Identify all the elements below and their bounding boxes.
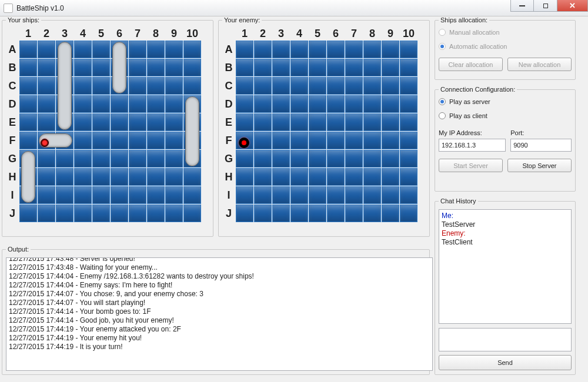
sea-cell[interactable] xyxy=(327,95,345,113)
sea-cell[interactable] xyxy=(309,186,326,204)
sea-cell[interactable] xyxy=(236,41,253,58)
sea-cell[interactable] xyxy=(382,77,399,95)
sea-cell[interactable] xyxy=(92,186,110,204)
sea-cell[interactable] xyxy=(254,150,272,167)
sea-cell[interactable] xyxy=(290,95,308,113)
sea-cell[interactable] xyxy=(272,205,290,222)
sea-cell[interactable] xyxy=(147,95,165,113)
sea-cell[interactable] xyxy=(327,77,345,95)
sea-cell[interactable] xyxy=(309,95,326,113)
sea-cell[interactable] xyxy=(38,113,55,131)
sea-cell[interactable] xyxy=(290,77,308,95)
sea-cell[interactable] xyxy=(345,41,363,58)
sea-cell[interactable] xyxy=(111,186,128,204)
sea-cell[interactable] xyxy=(147,132,165,149)
sea-cell[interactable] xyxy=(38,59,55,76)
sea-cell[interactable] xyxy=(327,132,345,149)
sea-cell[interactable] xyxy=(147,150,165,167)
sea-cell[interactable] xyxy=(183,77,201,95)
sea-cell[interactable] xyxy=(254,113,272,131)
sea-cell[interactable] xyxy=(19,59,37,76)
sea-cell[interactable] xyxy=(183,186,201,204)
sea-cell[interactable] xyxy=(183,41,201,58)
sea-cell[interactable] xyxy=(129,41,146,58)
sea-cell[interactable] xyxy=(147,77,165,95)
sea-cell[interactable] xyxy=(272,77,290,95)
sea-cell[interactable] xyxy=(74,205,92,222)
sea-cell[interactable] xyxy=(236,77,253,95)
sea-cell[interactable] xyxy=(56,150,74,167)
sea-cell[interactable] xyxy=(290,59,308,76)
sea-cell[interactable] xyxy=(400,168,417,186)
sea-cell[interactable] xyxy=(129,95,146,113)
sea-cell[interactable] xyxy=(363,59,381,76)
sea-cell[interactable] xyxy=(363,168,381,186)
enemy-board[interactable]: 12345678910ABCDEFGHIJ xyxy=(222,27,417,222)
send-button[interactable]: Send xyxy=(439,355,572,370)
sea-cell[interactable] xyxy=(129,205,146,222)
sea-cell[interactable] xyxy=(74,132,92,149)
sea-cell[interactable] xyxy=(290,41,308,58)
sea-cell[interactable] xyxy=(165,59,183,76)
sea-cell[interactable] xyxy=(19,132,37,149)
sea-cell[interactable] xyxy=(111,150,128,167)
sea-cell[interactable] xyxy=(92,132,110,149)
sea-cell[interactable] xyxy=(74,59,92,76)
sea-cell[interactable] xyxy=(38,150,55,167)
sea-cell[interactable] xyxy=(327,41,345,58)
sea-cell[interactable] xyxy=(254,59,272,76)
sea-cell[interactable] xyxy=(92,113,110,131)
sea-cell[interactable] xyxy=(345,77,363,95)
maximize-button[interactable] xyxy=(534,0,557,12)
play-as-client-radio[interactable]: Play as client xyxy=(439,110,572,121)
sea-cell[interactable] xyxy=(92,168,110,186)
sea-cell[interactable] xyxy=(74,186,92,204)
sea-cell[interactable] xyxy=(254,186,272,204)
sea-cell[interactable] xyxy=(129,77,146,95)
sea-cell[interactable] xyxy=(363,132,381,149)
your-board[interactable]: 12345678910ABCDEFGHIJ xyxy=(6,27,201,222)
sea-cell[interactable] xyxy=(74,77,92,95)
sea-cell[interactable] xyxy=(272,59,290,76)
sea-cell[interactable] xyxy=(38,186,55,204)
sea-cell[interactable] xyxy=(38,205,55,222)
sea-cell[interactable] xyxy=(272,168,290,186)
sea-cell[interactable] xyxy=(165,132,183,149)
sea-cell[interactable] xyxy=(400,205,417,222)
sea-cell[interactable] xyxy=(363,205,381,222)
sea-cell[interactable] xyxy=(400,186,417,204)
sea-cell[interactable] xyxy=(165,77,183,95)
sea-cell[interactable] xyxy=(345,205,363,222)
sea-cell[interactable] xyxy=(290,168,308,186)
sea-cell[interactable] xyxy=(129,59,146,76)
sea-cell[interactable] xyxy=(56,205,74,222)
sea-cell[interactable] xyxy=(363,77,381,95)
sea-cell[interactable] xyxy=(19,205,37,222)
sea-cell[interactable] xyxy=(309,168,326,186)
sea-cell[interactable] xyxy=(363,113,381,131)
close-button[interactable]: ✕ xyxy=(557,0,588,12)
sea-cell[interactable] xyxy=(327,186,345,204)
sea-cell[interactable] xyxy=(147,59,165,76)
sea-cell[interactable] xyxy=(19,113,37,131)
sea-cell[interactable] xyxy=(129,168,146,186)
sea-cell[interactable] xyxy=(345,113,363,131)
sea-cell[interactable] xyxy=(147,41,165,58)
sea-cell[interactable] xyxy=(56,186,74,204)
sea-cell[interactable] xyxy=(236,113,253,131)
sea-cell[interactable] xyxy=(111,132,128,149)
sea-cell[interactable] xyxy=(382,205,399,222)
sea-cell[interactable] xyxy=(382,150,399,167)
sea-cell[interactable] xyxy=(147,113,165,131)
sea-cell[interactable] xyxy=(74,113,92,131)
sea-cell[interactable] xyxy=(254,77,272,95)
sea-cell[interactable] xyxy=(290,205,308,222)
sea-cell[interactable] xyxy=(183,205,201,222)
sea-cell[interactable] xyxy=(111,113,128,131)
sea-cell[interactable] xyxy=(38,41,55,58)
sea-cell[interactable] xyxy=(345,59,363,76)
sea-cell[interactable] xyxy=(309,205,326,222)
sea-cell[interactable] xyxy=(309,132,326,149)
sea-cell[interactable] xyxy=(56,168,74,186)
sea-cell[interactable] xyxy=(327,168,345,186)
